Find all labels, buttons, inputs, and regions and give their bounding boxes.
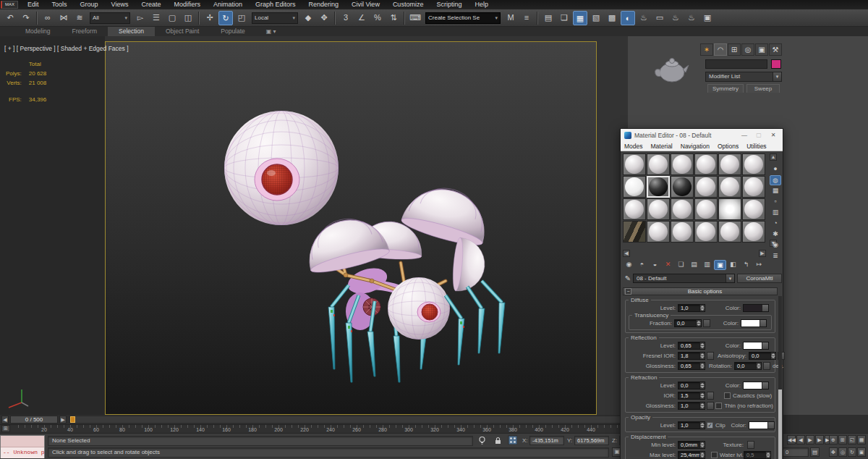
map-slot-button[interactable] <box>707 402 714 410</box>
spinner-arrows-icon[interactable] <box>699 305 705 311</box>
show-end-result-icon[interactable]: ◧ <box>727 260 739 270</box>
material-sample-slot[interactable] <box>718 153 741 175</box>
ribbon-tab-populate[interactable]: Populate <box>210 27 256 36</box>
spinner-arrows-icon[interactable] <box>699 403 705 409</box>
pan-view-button[interactable]: ✥ <box>829 447 838 457</box>
select-and-scale-icon[interactable]: ◰ <box>234 11 249 25</box>
named-selection-sets[interactable]: Create Selection Se▾ <box>425 12 501 24</box>
time-slider-next-button[interactable]: ▶ <box>59 416 67 424</box>
angle-snap-toggle-icon[interactable]: ∠ <box>354 11 369 25</box>
window-crossing-toggle-icon[interactable]: ◫ <box>181 11 195 25</box>
material-sample-slot[interactable] <box>623 198 646 220</box>
spinner-arrows-icon[interactable] <box>756 363 761 369</box>
viewport-label[interactable]: [ + ] [ Perspective ] [ Shaded + Edged F… <box>4 45 129 52</box>
color-swatch[interactable] <box>741 319 767 327</box>
material-sample-slot[interactable] <box>694 176 718 198</box>
map-slot-button[interactable] <box>703 319 710 327</box>
schematic-view-icon[interactable]: ▩ <box>605 11 619 25</box>
value-spinner[interactable]: 25,4mm <box>678 451 705 459</box>
material-sample-slot[interactable] <box>647 198 670 220</box>
color-map-button[interactable] <box>767 422 774 429</box>
spinner-arrows-icon[interactable] <box>770 353 775 359</box>
menu-scripting[interactable]: Scripting <box>430 0 468 9</box>
menu-views[interactable]: Views <box>105 0 135 9</box>
command-panel-tab-utilities[interactable]: ⚒ <box>769 43 782 56</box>
select-and-move-icon[interactable]: ✢ <box>203 11 217 25</box>
material-sample-slot[interactable] <box>623 176 646 198</box>
color-map-button[interactable] <box>760 320 766 327</box>
open-mini-curve-editor-button[interactable]: ⊞ <box>1 425 10 432</box>
select-and-link-icon[interactable]: ∞ <box>41 11 55 25</box>
menu-rendering[interactable]: Rendering <box>302 0 346 9</box>
value-spinner[interactable]: 0,0 <box>678 382 705 389</box>
zoom-extents-all-button[interactable]: ▦ <box>857 435 866 445</box>
value-spinner[interactable]: 0,0 <box>749 352 776 360</box>
maxscript-mini-listener[interactable]: -- Unknown p <box>0 435 45 458</box>
command-panel-tab-modify[interactable]: ◠ <box>714 43 727 56</box>
sample-scroll-right[interactable]: ▶ <box>759 250 766 257</box>
color-map-button[interactable] <box>762 382 768 389</box>
map-slot-button[interactable] <box>763 362 770 370</box>
maximize-viewport-toggle-button[interactable]: ▣ <box>857 447 866 457</box>
material-name-dropdown[interactable]: 08 - Default ▾ <box>633 274 735 283</box>
mirror-icon[interactable]: M <box>503 11 518 25</box>
value-spinner[interactable]: 1,5 <box>678 392 705 400</box>
pick-material-eyedropper-icon[interactable]: ✎ <box>623 274 633 282</box>
menu-tools[interactable]: Tools <box>46 0 74 9</box>
spinner-arrows-icon[interactable] <box>699 442 705 448</box>
value-spinner[interactable]: 0,65 <box>678 362 705 370</box>
menu-group[interactable]: Group <box>74 0 105 9</box>
ribbon-config-icon[interactable]: ▣ ▾ <box>266 28 276 35</box>
ribbon-tab-object-paint[interactable]: Object Paint <box>155 27 210 36</box>
time-slider-frame-indicator[interactable]: 0 / 500 <box>10 416 58 424</box>
scrollbar-thumb[interactable] <box>778 389 782 459</box>
zoom-extents-button[interactable]: ◱ <box>848 435 856 445</box>
play-animation-button[interactable]: ▶ <box>806 435 814 445</box>
rectangular-selection-region-icon[interactable]: ▢ <box>165 11 179 25</box>
map-slot-button[interactable] <box>707 352 714 360</box>
map-slot-button[interactable] <box>707 392 714 400</box>
object-color-swatch[interactable] <box>771 59 781 69</box>
toggle-ribbon-icon[interactable]: ❏ <box>557 11 571 25</box>
selection-lock-icon[interactable] <box>493 436 503 445</box>
value-spinner[interactable]: 1,0 <box>678 421 705 429</box>
material-sample-slot[interactable] <box>647 153 670 175</box>
go-to-parent-icon[interactable]: ↰ <box>740 260 752 270</box>
go-forward-to-sibling-icon[interactable]: ↦ <box>753 260 765 270</box>
background-checker-icon[interactable]: ▦ <box>770 186 781 196</box>
field-of-view-button[interactable]: ◎ <box>838 447 847 457</box>
value-spinner[interactable]: 1,0 <box>678 304 705 312</box>
symmetry-button[interactable]: Symmetry <box>707 84 744 93</box>
adaptive-degradation-bulb-icon[interactable] <box>477 436 487 445</box>
sample-scroll-left[interactable]: ◀ <box>623 250 630 257</box>
ribbon-tab-freeform[interactable]: Freeform <box>61 27 108 36</box>
get-material-icon[interactable]: ◉ <box>623 260 635 270</box>
value-spinner[interactable]: 0,0 <box>674 319 702 327</box>
reference-coordinate-system[interactable]: Local▾ <box>252 12 298 24</box>
perspective-viewport[interactable] <box>105 41 597 415</box>
keyboard-shortcut-override-icon[interactable]: ⌨ <box>408 11 422 25</box>
spinner-arrows-icon[interactable] <box>699 363 705 369</box>
value-spinner[interactable]: 0,65 <box>678 342 705 350</box>
spinner-arrows-icon[interactable] <box>699 452 705 458</box>
sample-type-sphere-icon[interactable]: ● <box>770 164 781 174</box>
max-application-button[interactable]: MAX <box>1 1 18 9</box>
material-sample-slot[interactable] <box>718 176 741 198</box>
command-panel-tab-display[interactable]: ▣ <box>755 43 768 56</box>
select-by-name-icon[interactable]: ☰ <box>149 11 163 25</box>
material-sample-slot[interactable] <box>742 198 765 220</box>
value-spinner[interactable]: 0,0mm <box>678 441 705 449</box>
zoom-all-button[interactable]: ⊞ <box>838 435 847 445</box>
material-sample-slot[interactable] <box>742 176 765 198</box>
menu-edit[interactable]: Edit <box>21 0 46 9</box>
spinner-arrows-icon[interactable] <box>699 392 705 399</box>
reset-map-icon[interactable]: ✕ <box>662 260 674 270</box>
me-menu-utilities[interactable]: Utilities <box>746 143 766 150</box>
unlink-selection-icon[interactable]: ⋈ <box>56 11 71 25</box>
render-iterative-icon[interactable]: ♨ <box>684 11 699 25</box>
backlight-icon[interactable]: ◍ <box>770 175 781 185</box>
rendered-frame-window-icon[interactable]: ▭ <box>652 11 667 25</box>
material-sample-slot[interactable] <box>671 153 694 175</box>
ribbon-tab-selection[interactable]: Selection <box>108 27 155 36</box>
render-production-icon[interactable]: ♨ <box>668 11 683 25</box>
